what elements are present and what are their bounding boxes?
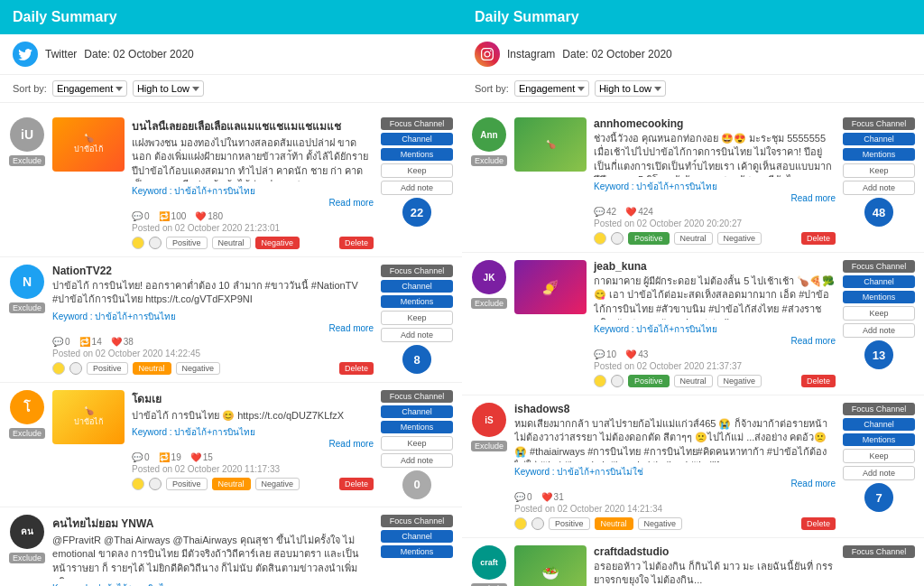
positive-btn[interactable]: Positive <box>628 375 670 387</box>
sentiment-icon-1[interactable] <box>594 375 606 387</box>
channel-btn[interactable]: Channel <box>381 405 453 418</box>
focus-channel-btn[interactable]: Focus Channel <box>843 545 915 558</box>
negative-btn[interactable]: Negative <box>176 362 221 375</box>
add-note-btn[interactable]: Add note <box>381 328 453 342</box>
channel-btn[interactable]: Channel <box>843 418 915 431</box>
sentiment-icon-2[interactable] <box>611 232 624 245</box>
sentiment-icon-1[interactable] <box>132 478 144 490</box>
delete-btn[interactable]: Delete <box>801 375 836 387</box>
keep-btn[interactable]: Keep <box>381 436 453 451</box>
add-note-btn[interactable]: Add note <box>843 323 915 338</box>
exclude-button[interactable]: Exclude <box>471 298 507 309</box>
add-note-btn[interactable]: Add note <box>843 466 915 480</box>
score-badge: 8 <box>402 345 431 374</box>
positive-btn[interactable]: Positive <box>87 362 128 375</box>
delete-btn[interactable]: Delete <box>801 517 836 530</box>
negative-btn[interactable]: Negative <box>717 232 762 245</box>
mentions-btn[interactable]: Mentions <box>843 433 915 446</box>
neutral-btn[interactable]: Neutral <box>595 517 633 530</box>
mentions-btn[interactable]: Mentions <box>381 295 453 308</box>
positive-btn[interactable]: Positive <box>166 237 208 249</box>
negative-btn[interactable]: Negative <box>638 517 683 530</box>
delete-btn[interactable]: Delete <box>339 478 374 490</box>
read-more-link[interactable]: Read more <box>791 193 836 203</box>
exclude-button[interactable]: Exclude <box>9 155 45 166</box>
focus-channel-btn[interactable]: Focus Channel <box>843 260 915 273</box>
read-more-link[interactable]: Read more <box>791 336 836 346</box>
sentiment-icon-2[interactable] <box>531 517 544 530</box>
mentions-btn[interactable]: Mentions <box>381 545 453 558</box>
positive-btn[interactable]: Positive <box>628 232 670 245</box>
action-col: Focus Channel Channel Mentions Keep Add … <box>381 265 453 374</box>
instagram-order-select[interactable]: High to Low <box>595 80 666 97</box>
exclude-button[interactable]: Exclude <box>9 428 45 439</box>
focus-channel-btn[interactable]: Focus Channel <box>381 515 453 527</box>
post-avatar-col: iS Exclude <box>471 403 507 451</box>
neutral-btn[interactable]: Neutral <box>133 362 171 375</box>
add-note-btn[interactable]: Add note <box>381 181 453 195</box>
keep-btn[interactable]: Keep <box>381 163 453 178</box>
avatar: JK <box>472 260 506 294</box>
focus-channel-btn[interactable]: Focus Channel <box>381 117 453 130</box>
sentiment-icon-2[interactable] <box>611 375 624 387</box>
negative-btn[interactable]: Negative <box>717 375 762 387</box>
post-stats: 💬 0 🔁 19 ❤️ 15 <box>132 452 374 462</box>
keep-btn[interactable]: Keep <box>843 449 915 463</box>
positive-btn[interactable]: Positive <box>166 478 208 490</box>
focus-channel-btn[interactable]: Focus Channel <box>381 265 453 277</box>
read-more-link[interactable]: Read more <box>329 323 374 333</box>
action-col: Focus Channel Channel Mentions <box>381 515 453 558</box>
channel-btn[interactable]: Channel <box>381 280 453 293</box>
delete-btn[interactable]: Delete <box>339 362 374 375</box>
add-note-btn[interactable]: Add note <box>381 453 453 468</box>
post-item: iS Exclude ishadows8 หมดเสียงมากกล้า บาส… <box>462 395 924 538</box>
add-note-btn[interactable]: Add note <box>843 181 915 195</box>
neutral-btn[interactable]: Neutral <box>674 232 713 245</box>
sentiment-icon-2[interactable] <box>69 362 82 375</box>
read-more-link[interactable]: Read more <box>329 198 374 208</box>
read-more-link[interactable]: Read more <box>791 479 836 488</box>
mentions-btn[interactable]: Mentions <box>843 148 915 161</box>
sentiment-icon-1[interactable] <box>514 517 527 530</box>
exclude-button[interactable]: Exclude <box>9 553 45 563</box>
sentiment-icon-2[interactable] <box>149 478 162 490</box>
mentions-btn[interactable]: Mentions <box>381 148 453 161</box>
keep-btn[interactable]: Keep <box>843 306 915 321</box>
sentiment-icon-1[interactable] <box>132 237 144 249</box>
keep-btn[interactable]: Keep <box>843 163 915 178</box>
neutral-btn[interactable]: Neutral <box>674 375 713 387</box>
mentions-btn[interactable]: Mentions <box>381 421 453 433</box>
exclude-button[interactable]: Exclude <box>9 302 45 313</box>
twitter-order-select[interactable]: High to Low <box>133 80 204 97</box>
channel-btn[interactable]: Channel <box>381 133 453 145</box>
sentiment-icon-1[interactable] <box>594 232 606 245</box>
keep-btn[interactable]: Keep <box>381 311 453 325</box>
focus-channel-btn[interactable]: Focus Channel <box>381 390 453 403</box>
neutral-btn[interactable]: Neutral <box>212 237 251 249</box>
delete-btn[interactable]: Delete <box>339 237 374 249</box>
delete-btn[interactable]: Delete <box>801 232 836 245</box>
channel-btn[interactable]: Channel <box>843 133 915 145</box>
channel-btn[interactable]: Channel <box>381 530 453 543</box>
post-avatar-col: JK Exclude <box>471 260 507 309</box>
read-more-link[interactable]: Read more <box>329 439 374 449</box>
neutral-btn[interactable]: Neutral <box>212 478 251 490</box>
action-col: Focus Channel Channel Mentions Keep Add … <box>381 390 453 499</box>
focus-channel-btn[interactable]: Focus Channel <box>843 117 915 130</box>
sentiment-icon-1[interactable] <box>52 362 65 375</box>
channel-btn[interactable]: Channel <box>843 275 915 288</box>
exclude-button[interactable]: Exclude <box>471 441 507 451</box>
negative-btn[interactable]: Negative <box>255 237 300 249</box>
sentiment-row: Positive Neutral Negative Delete <box>594 232 836 245</box>
exclude-button[interactable]: Exclude <box>471 155 507 166</box>
mentions-btn[interactable]: Mentions <box>843 291 915 303</box>
positive-btn[interactable]: Positive <box>549 517 590 530</box>
stat-retweet: 🔁 19 <box>159 452 181 462</box>
focus-channel-btn[interactable]: Focus Channel <box>843 403 915 415</box>
instagram-sort-select[interactable]: Engagement <box>514 80 589 97</box>
post-username: annhomecooking <box>594 117 836 130</box>
sentiment-icon-2[interactable] <box>149 237 162 249</box>
post-text: หมดเสียงมากกล้า บาสไปรายก้อไม่แม่แก่วส์4… <box>514 417 836 462</box>
negative-btn[interactable]: Negative <box>255 478 300 490</box>
twitter-sort-select[interactable]: Engagement <box>52 80 127 97</box>
